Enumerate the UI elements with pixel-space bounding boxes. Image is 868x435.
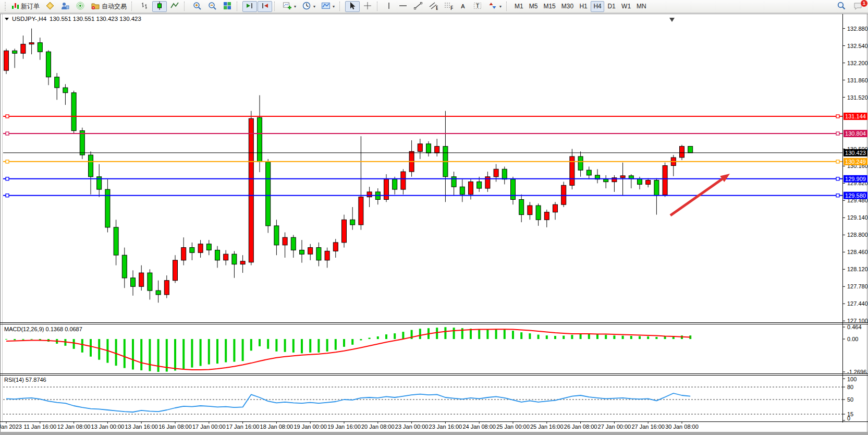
line-chart-button[interactable] (167, 1, 182, 12)
price-badge-label: 129.909 (845, 176, 866, 182)
candle-body (536, 206, 541, 220)
arrows-button[interactable]: ▾ (485, 1, 504, 12)
time-tick-label: 27 Jan 00:00 (598, 424, 631, 430)
candle-body (249, 118, 253, 262)
auto-scroll-button[interactable] (242, 1, 257, 12)
candle-body (308, 248, 313, 255)
candle-body (586, 170, 591, 175)
line-anchor-handle[interactable] (6, 115, 9, 118)
line-anchor-handle[interactable] (836, 194, 839, 197)
time-tick-label: 23 Jan 00:00 (395, 424, 429, 430)
zoom-out-button[interactable] (205, 1, 219, 12)
macd-histogram-bar (360, 339, 362, 341)
time-tick-label: 17 Jan 00:00 (192, 424, 226, 430)
time-tick-label: 17 Jan 16:00 (226, 424, 260, 430)
timeframe-w1-button[interactable]: W1 (619, 1, 633, 12)
candlestick-button[interactable] (152, 1, 167, 12)
window-bottom-edge (0, 432, 868, 435)
macd-histogram-bar (182, 339, 185, 369)
timeframe-m5-button[interactable]: M5 (527, 1, 541, 12)
macd-histogram-bar (81, 339, 83, 353)
candle-body (266, 162, 271, 226)
macd-histogram-bar (369, 338, 371, 340)
community-button[interactable] (58, 1, 72, 12)
templates-button[interactable]: ▾ (319, 1, 337, 12)
new-chart-button[interactable]: ▾ (280, 1, 299, 12)
chevron-down-icon: ▾ (294, 4, 296, 9)
timeframe-h1-button[interactable]: H1 (577, 1, 590, 12)
line-anchor-handle[interactable] (836, 160, 839, 163)
price-tick-label: 132.880 (847, 26, 868, 32)
macd-histogram-bar (301, 339, 303, 353)
tile-windows-button[interactable] (220, 1, 235, 12)
vertical-line-button[interactable] (383, 1, 395, 12)
chat-button[interactable]: 1 (851, 1, 866, 12)
chart-shift-button[interactable] (258, 1, 272, 12)
timeframe-m30-button[interactable]: M30 (559, 1, 576, 12)
candle-body (578, 156, 583, 170)
autotrade-button[interactable]: 自动交易 (88, 1, 129, 12)
new-order-button[interactable]: 新订单 (8, 1, 42, 12)
macd-histogram-bar (115, 339, 117, 366)
candle-body (384, 179, 389, 200)
candle-body (350, 220, 355, 225)
trendline-button[interactable] (411, 1, 425, 12)
signals-button[interactable] (73, 1, 88, 12)
new-order-label: 新订单 (21, 2, 40, 11)
timeframe-label: H1 (579, 3, 587, 10)
text-label-button[interactable]: T (470, 1, 485, 12)
line-chart-icon (170, 1, 179, 12)
line-anchor-handle[interactable] (836, 177, 839, 180)
candle-body (638, 179, 642, 185)
cursor-button[interactable] (345, 1, 360, 12)
symbol-dropdown-icon[interactable] (5, 18, 9, 20)
price-tick-label: 129.140 (847, 214, 868, 221)
macd-histogram-bar (486, 330, 488, 339)
timeframe-m1-button[interactable]: M1 (512, 1, 526, 12)
periods-button[interactable]: ▾ (299, 1, 318, 12)
timeframe-d1-button[interactable]: D1 (605, 1, 618, 12)
fibonacci-icon: F (444, 1, 453, 12)
line-anchor-handle[interactable] (6, 194, 9, 197)
svg-text:T: T (476, 2, 480, 8)
text-icon: A (459, 1, 467, 12)
line-anchor-handle[interactable] (836, 115, 839, 118)
macd-histogram-bar (124, 339, 126, 368)
channel-button[interactable]: E (426, 1, 441, 12)
candle-body (553, 204, 558, 212)
person-icon (60, 1, 70, 12)
macd-histogram-bar (309, 339, 311, 353)
fibonacci-button[interactable]: F (441, 1, 456, 12)
candle-body (688, 147, 693, 153)
candle-body (511, 179, 516, 200)
bar-chart-button[interactable] (137, 1, 152, 12)
candle-body (71, 93, 76, 131)
macd-histogram-bar (394, 333, 396, 339)
search-button[interactable] (834, 1, 849, 12)
price-badge-label: 130.423 (845, 150, 866, 156)
candle-body (240, 261, 245, 264)
timeframe-mn-button[interactable]: MN (634, 1, 649, 12)
crosshair-button[interactable] (360, 1, 375, 12)
macd-histogram-bar (157, 339, 160, 372)
text-button[interactable]: A (456, 1, 470, 12)
line-anchor-handle[interactable] (836, 132, 839, 135)
timeframe-label: M15 (543, 3, 555, 10)
line-anchor-handle[interactable] (6, 177, 9, 180)
zoom-in-button[interactable] (190, 1, 204, 12)
horizontal-line-button[interactable] (396, 1, 410, 12)
timeframe-h4-button[interactable]: H4 (591, 1, 604, 12)
price-tick-label: 131.520 (847, 94, 868, 101)
line-anchor-handle[interactable] (6, 132, 9, 135)
candle-body (21, 44, 26, 54)
line-anchor-handle[interactable] (6, 160, 9, 163)
macd-histogram-bar (647, 336, 649, 339)
timeframe-m15-button[interactable]: M15 (541, 1, 558, 12)
candle-body (570, 156, 574, 185)
price-tick-label: 128.120 (847, 266, 868, 272)
editor-button[interactable] (43, 1, 57, 12)
timeframe-label: H4 (593, 3, 601, 10)
candle-body (38, 43, 42, 52)
price-tick-label: 127.440 (847, 300, 868, 307)
chart-canvas[interactable]: 132.880132.540132.200131.860131.520130.5… (0, 0, 868, 435)
